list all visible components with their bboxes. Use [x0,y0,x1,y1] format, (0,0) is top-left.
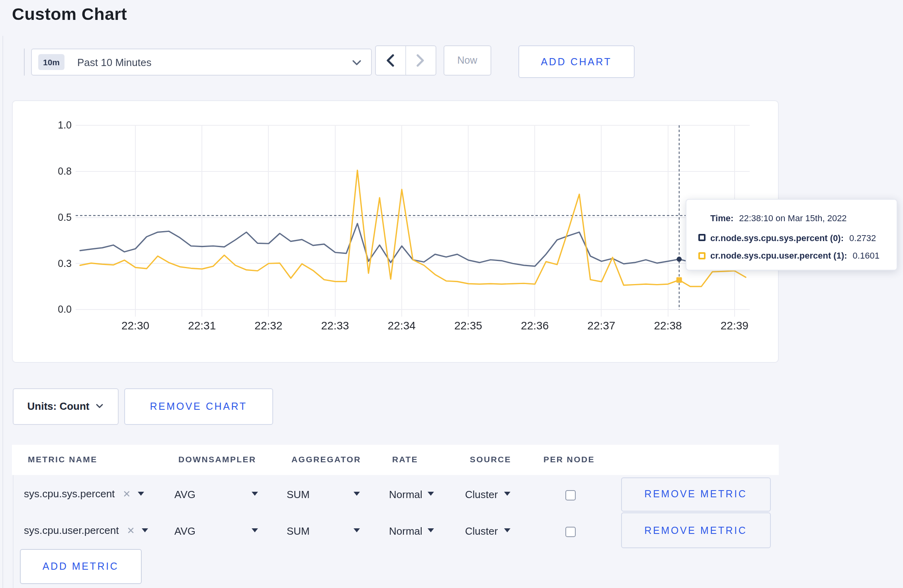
add-metric-button[interactable]: ADD METRIC [20,549,141,584]
tooltip-series-row: cr.node.sys.cpu.user.percent (1): 0.1601 [698,250,880,261]
metric-row: sys.cpu.user.percent ✕ AVG SUM Normal Cl… [0,515,903,549]
rate-value[interactable]: Normal [389,489,422,500]
chevron-down-icon [352,60,362,66]
svg-text:0.0: 0.0 [58,304,72,315]
time-range-select[interactable]: 10m Past 10 Minutes [31,49,372,76]
tooltip-series-label: cr.node.sys.cpu.sys.percent (0): [710,233,844,242]
dropdown-arrow-icon[interactable] [252,492,258,496]
svg-text:22:38: 22:38 [654,319,682,332]
units-select[interactable]: Units: Count [13,388,118,425]
tooltip-series-row: cr.node.sys.cpu.sys.percent (0): 0.2732 [698,232,876,243]
chevron-left-icon [387,54,395,67]
svg-text:1.0: 1.0 [58,119,72,130]
svg-text:22:37: 22:37 [587,319,615,332]
metric-name: sys.cpu.user.percent [24,524,119,536]
col-header-downsampler: DOWNSAMPLER [178,454,256,464]
step-forward-button[interactable] [406,46,436,75]
dropdown-arrow-icon[interactable] [504,492,510,496]
svg-text:0.8: 0.8 [58,165,72,177]
remove-metric-button[interactable]: REMOVE METRIC [621,512,770,548]
dropdown-arrow-icon[interactable] [428,492,434,496]
chevron-right-icon [417,54,425,67]
per-node-checkbox[interactable] [565,490,576,500]
downsampler-value[interactable]: AVG [174,489,195,500]
clear-metric-icon[interactable]: ✕ [123,488,131,499]
col-header-aggregator: AGGREGATOR [291,454,361,464]
col-header-metric-name: METRIC NAME [28,454,98,464]
dropdown-arrow-icon [138,492,144,496]
downsampler-value[interactable]: AVG [174,525,195,537]
source-value[interactable]: Cluster [465,489,498,500]
time-range-label: Past 10 Minutes [77,56,151,68]
dropdown-arrow-icon[interactable] [504,528,510,532]
dropdown-arrow-icon [142,528,149,532]
series-color-swatch [698,252,706,259]
toolbar-divider [24,48,25,75]
chevron-down-icon [96,404,104,409]
svg-text:22:39: 22:39 [721,319,749,332]
svg-text:22:30: 22:30 [121,319,149,332]
svg-text:22:32: 22:32 [254,319,282,332]
dropdown-arrow-icon[interactable] [354,528,360,532]
time-step-buttons [375,45,436,76]
dropdown-arrow-icon[interactable] [252,528,258,532]
dropdown-arrow-icon[interactable] [354,492,360,496]
chart-card: 0.00.30.50.81.022:3022:3122:3222:3322:34… [12,100,778,362]
per-node-checkbox[interactable] [565,527,576,537]
metric-row: sys.cpu.sys.percent ✕ AVG SUM Normal Clu… [0,478,903,512]
source-value[interactable]: Cluster [465,525,498,537]
col-header-rate: RATE [392,454,418,464]
step-back-button[interactable] [376,46,406,75]
dropdown-arrow-icon[interactable] [428,528,434,532]
col-header-source: SOURCE [470,454,511,464]
time-range-badge: 10m [38,54,64,70]
now-button[interactable]: Now [444,45,491,76]
units-label: Units: Count [27,401,90,413]
svg-text:0.5: 0.5 [58,212,72,223]
remove-metric-button[interactable]: REMOVE METRIC [621,477,770,511]
metrics-table-header: METRIC NAME DOWNSAMPLER AGGREGATOR RATE … [12,445,778,475]
series-color-swatch [698,234,706,241]
metric-name-select[interactable]: sys.cpu.user.percent ✕ [24,524,149,536]
svg-text:22:33: 22:33 [321,319,349,332]
aggregator-value[interactable]: SUM [287,489,310,500]
remove-chart-button[interactable]: REMOVE CHART [124,388,273,425]
tooltip-time-row: Time: 22:38:10 on Mar 15th, 2022 [710,212,847,223]
page-title: Custom Chart [12,5,127,25]
svg-text:22:34: 22:34 [388,319,416,332]
add-chart-button[interactable]: ADD CHART [518,45,634,78]
tooltip-time-label: Time: [710,213,733,222]
clear-metric-icon[interactable]: ✕ [127,525,135,536]
tooltip-series-label: cr.node.sys.cpu.user.percent (1): [710,251,847,260]
svg-text:22:31: 22:31 [188,319,216,332]
tooltip-series-value: 0.1601 [853,251,880,260]
svg-text:0.3: 0.3 [58,258,72,269]
svg-text:22:35: 22:35 [454,319,482,332]
chart-tooltip: Time: 22:38:10 on Mar 15th, 2022 cr.node… [686,199,897,271]
col-header-per-node: PER NODE [543,454,595,464]
aggregator-value[interactable]: SUM [287,525,310,537]
tooltip-series-value: 0.2732 [849,233,876,242]
metric-name-select[interactable]: sys.cpu.sys.percent ✕ [24,488,144,500]
tooltip-time-value: 22:38:10 on Mar 15th, 2022 [739,213,846,222]
rate-value[interactable]: Normal [389,525,422,537]
svg-text:22:36: 22:36 [521,319,549,332]
line-chart[interactable]: 0.00.30.50.81.022:3022:3122:3222:3322:34… [13,101,777,361]
metric-name: sys.cpu.sys.percent [24,488,115,500]
